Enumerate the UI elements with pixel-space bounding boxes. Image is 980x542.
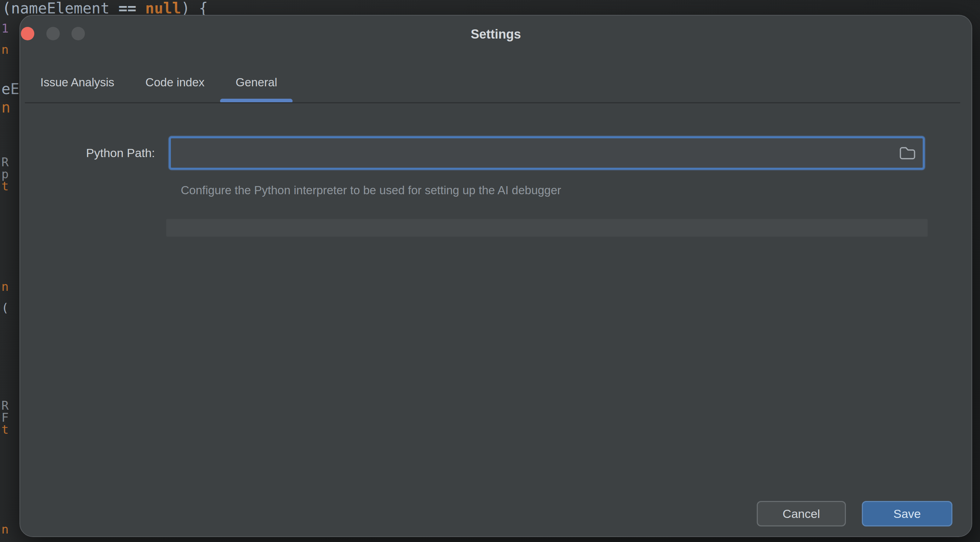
save-button[interactable]: Save bbox=[862, 501, 952, 526]
code-fragment: R bbox=[2, 399, 8, 412]
tab-label: Issue Analysis bbox=[40, 76, 114, 89]
code-token: == bbox=[119, 0, 145, 17]
dialog-title: Settings bbox=[20, 27, 972, 42]
cancel-button[interactable]: Cancel bbox=[757, 501, 846, 526]
browse-button[interactable] bbox=[892, 138, 923, 168]
tab-issue-analysis[interactable]: Issue Analysis bbox=[25, 62, 130, 103]
settings-dialog: Settings Issue Analysis Code index Gener… bbox=[19, 15, 972, 537]
background-code-line: (nameElement == null) { bbox=[2, 0, 208, 17]
python-path-field bbox=[169, 136, 925, 170]
code-fragment: ( bbox=[2, 301, 8, 314]
code-fragment: t bbox=[2, 180, 8, 192]
python-path-input[interactable] bbox=[171, 138, 892, 168]
screen: (nameElement == null) { 1 n eE n R p t n… bbox=[0, 0, 980, 542]
code-token: null bbox=[145, 0, 181, 17]
code-fragment: p bbox=[2, 168, 8, 180]
code-fragment: F bbox=[2, 411, 8, 424]
empty-status-strip bbox=[166, 219, 928, 237]
code-fragment: n bbox=[2, 100, 10, 115]
python-path-help: Configure the Python interpreter to be u… bbox=[181, 182, 561, 199]
tab-label: General bbox=[235, 76, 277, 89]
tab-label: Code index bbox=[145, 76, 205, 89]
code-fragment: n bbox=[2, 280, 8, 293]
folder-icon bbox=[899, 146, 916, 160]
code-fragment: n bbox=[2, 523, 8, 536]
python-path-label: Python Path: bbox=[56, 144, 155, 162]
code-token: (nameElement bbox=[2, 0, 119, 17]
code-token: ) { bbox=[181, 0, 208, 17]
code-fragment: R bbox=[2, 156, 8, 168]
tab-general[interactable]: General bbox=[220, 62, 293, 103]
tab-code-index[interactable]: Code index bbox=[130, 62, 220, 103]
tab-divider bbox=[25, 102, 960, 103]
code-fragment: eE bbox=[2, 81, 19, 97]
code-fragment: n bbox=[2, 43, 8, 56]
code-fragment: t bbox=[2, 423, 8, 436]
code-fragment: 1 bbox=[2, 22, 8, 35]
tab-bar: Issue Analysis Code index General bbox=[25, 62, 293, 103]
